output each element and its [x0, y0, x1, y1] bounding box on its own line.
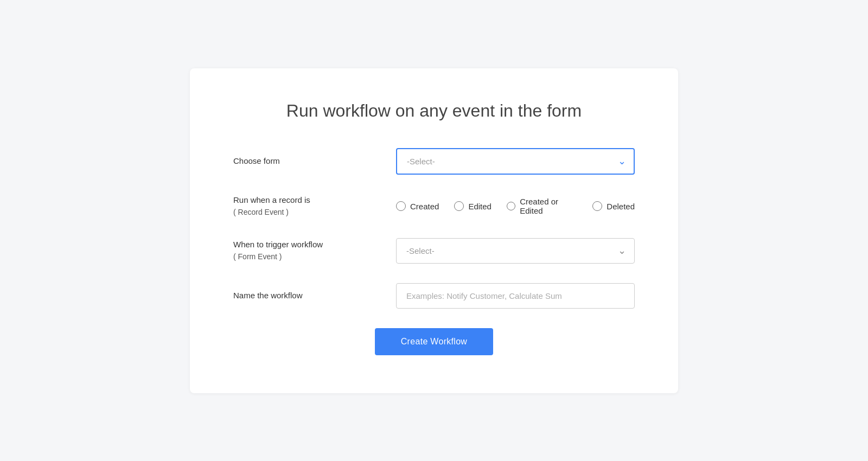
record-event-row: Run when a record is ( Record Event ) Cr… [233, 194, 635, 219]
button-row: Create Workflow [233, 328, 635, 355]
form-event-sub-label: ( Form Event ) [233, 252, 282, 261]
radio-edited-input[interactable] [454, 201, 464, 211]
record-event-sub-label: ( Record Event ) [233, 208, 289, 216]
choose-form-select-wrapper: -Select- ⌄ [396, 148, 635, 175]
radio-created-or-edited-input[interactable] [507, 201, 515, 211]
choose-form-control: -Select- ⌄ [396, 148, 635, 175]
radio-created-input[interactable] [396, 201, 406, 211]
radio-created-label: Created [410, 202, 439, 211]
radio-created[interactable]: Created [396, 201, 439, 211]
form-event-label: When to trigger workflow ( Form Event ) [233, 239, 396, 263]
radio-deleted[interactable]: Deleted [592, 201, 635, 211]
choose-form-label: Choose form [233, 155, 396, 168]
workflow-name-input[interactable] [396, 283, 635, 309]
record-event-label: Run when a record is ( Record Event ) [233, 194, 396, 219]
form-event-row: When to trigger workflow ( Form Event ) … [233, 238, 635, 264]
choose-form-row: Choose form -Select- ⌄ [233, 148, 635, 175]
radio-created-or-edited-label: Created or Edited [520, 197, 577, 215]
main-container: Run workflow on any event in the form Ch… [190, 68, 678, 393]
form-event-select[interactable]: -Select- [396, 238, 635, 264]
radio-deleted-input[interactable] [592, 201, 602, 211]
record-event-radio-group: Created Edited Created or Edited Deleted [396, 197, 635, 215]
workflow-name-row: Name the workflow [233, 283, 635, 309]
workflow-name-label: Name the workflow [233, 290, 396, 302]
radio-created-or-edited[interactable]: Created or Edited [507, 197, 577, 215]
form-event-control: -Select- ⌄ [396, 238, 635, 264]
choose-form-select[interactable]: -Select- [396, 148, 635, 175]
radio-edited-label: Edited [468, 202, 492, 211]
workflow-name-control [396, 283, 635, 309]
radio-deleted-label: Deleted [607, 202, 635, 211]
page-title: Run workflow on any event in the form [233, 101, 635, 121]
radio-edited[interactable]: Edited [454, 201, 492, 211]
create-workflow-button[interactable]: Create Workflow [375, 328, 493, 355]
form-event-select-wrapper: -Select- ⌄ [396, 238, 635, 264]
